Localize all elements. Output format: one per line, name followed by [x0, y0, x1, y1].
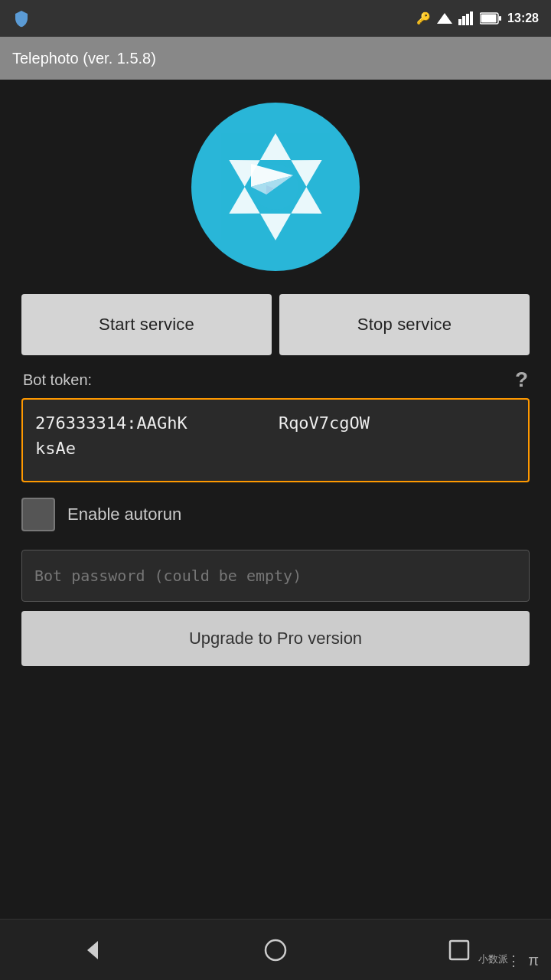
status-bar-right: 🔑 13:28: [416, 11, 539, 25]
help-icon[interactable]: ?: [515, 368, 528, 392]
title-bar: Telephoto (ver. 1.5.8): [0, 37, 551, 80]
svg-rect-2: [462, 16, 465, 25]
signal-icon: [458, 11, 474, 25]
svg-marker-18: [87, 941, 98, 959]
shield-icon: [12, 9, 31, 28]
password-input[interactable]: [21, 550, 530, 602]
autorun-label: Enable autorun: [67, 505, 181, 524]
svg-rect-4: [470, 11, 473, 25]
logo-container: [191, 103, 360, 271]
start-service-button[interactable]: Start service: [21, 294, 272, 355]
home-icon: [263, 938, 288, 962]
pi-symbol: π: [528, 952, 539, 969]
dots-menu[interactable]: ⋮: [507, 952, 520, 969]
status-time: 13:28: [507, 11, 539, 25]
service-buttons-row: Start service Stop service: [21, 294, 530, 355]
wifi-icon: [437, 11, 452, 25]
key-icon: 🔑: [416, 11, 431, 25]
main-content: Start service Stop service Bot token: ? …: [0, 80, 551, 694]
svg-rect-7: [481, 15, 497, 23]
svg-marker-8: [260, 133, 291, 160]
nav-bar: 小数派 π ⋮: [0, 919, 551, 980]
bot-token-row: Bot token: ?: [21, 368, 530, 392]
stop-service-button[interactable]: Stop service: [279, 294, 530, 355]
svg-marker-11: [260, 214, 291, 240]
watermark: 小数派: [478, 952, 508, 966]
back-icon: [80, 938, 104, 962]
bot-token-input[interactable]: 276333314:AAGhK RqoV7cgOW ksAe: [21, 398, 530, 482]
svg-rect-20: [450, 941, 468, 959]
svg-marker-0: [437, 13, 452, 24]
svg-rect-3: [466, 14, 469, 25]
bot-token-label: Bot token:: [23, 371, 92, 389]
svg-rect-6: [499, 16, 501, 21]
app-logo: [207, 118, 344, 256]
autorun-row: Enable autorun: [21, 498, 530, 531]
svg-point-19: [266, 940, 285, 960]
home-button[interactable]: [256, 930, 295, 970]
status-bar: 🔑 13:28: [0, 0, 551, 37]
back-button[interactable]: [72, 930, 112, 970]
recent-button[interactable]: [439, 930, 479, 970]
logo-circle: [191, 103, 360, 271]
upgrade-button[interactable]: Upgrade to Pro version: [21, 611, 530, 666]
battery-icon: [480, 12, 501, 24]
recent-icon: [447, 938, 471, 962]
app-title: Telephoto (ver. 1.5.8): [12, 50, 156, 67]
svg-rect-1: [458, 19, 461, 25]
autorun-checkbox[interactable]: [21, 498, 55, 531]
status-bar-left: [12, 9, 31, 28]
